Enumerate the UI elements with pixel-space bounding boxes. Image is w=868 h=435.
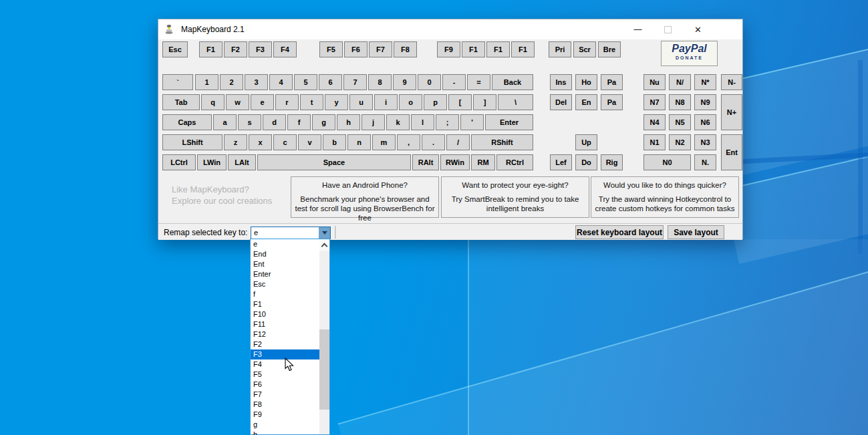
list-item[interactable]: F12: [251, 329, 319, 339]
key-a[interactable]: a: [213, 114, 237, 130]
promo-box-smartbreak[interactable]: Want to protect your eye-sight? Try Smar…: [441, 176, 589, 218]
key-f3[interactable]: F3: [249, 41, 272, 57]
key-ho[interactable]: Ho: [575, 74, 597, 90]
key-g[interactable]: g: [312, 114, 335, 130]
key-n9[interactable]: N9: [694, 94, 716, 110]
key-b[interactable]: b: [323, 134, 346, 150]
key-tab[interactable]: Tab: [162, 94, 200, 110]
key-del[interactable]: Del: [550, 94, 572, 110]
list-item[interactable]: F2: [251, 339, 319, 349]
key-pa[interactable]: Pa: [601, 74, 623, 90]
key-rm[interactable]: RM: [471, 154, 495, 170]
paypal-donate-button[interactable]: PayPal DONATE: [661, 41, 718, 66]
key-symbol[interactable]: ,: [397, 134, 420, 150]
list-item[interactable]: F6: [251, 380, 319, 390]
key-enter[interactable]: Enter: [485, 114, 533, 130]
save-layout-button[interactable]: Save layout: [668, 225, 724, 239]
key-y[interactable]: y: [325, 94, 348, 110]
key-ent[interactable]: Ent: [721, 134, 742, 170]
key-m[interactable]: m: [372, 134, 396, 150]
key-n8[interactable]: N8: [669, 94, 691, 110]
list-item[interactable]: f: [251, 289, 319, 299]
list-item[interactable]: End: [251, 249, 319, 259]
key-x[interactable]: x: [249, 134, 272, 150]
key-l[interactable]: l: [411, 114, 434, 130]
key-symbol[interactable]: \: [498, 94, 533, 110]
titlebar[interactable]: MapKeyboard 2.1 — ✕: [158, 19, 742, 39]
key-pri[interactable]: Pri: [549, 41, 571, 57]
list-item[interactable]: Esc: [251, 279, 319, 289]
key-f1[interactable]: F1: [199, 41, 223, 57]
key-2[interactable]: 2: [220, 74, 243, 90]
key-n7[interactable]: N7: [643, 94, 666, 110]
key-t[interactable]: t: [300, 94, 323, 110]
key-symbol[interactable]: [: [448, 94, 472, 110]
list-item[interactable]: F4: [251, 359, 319, 370]
key-f6[interactable]: F6: [344, 41, 368, 57]
key-pa[interactable]: Pa: [601, 94, 623, 110]
list-item[interactable]: F11: [251, 319, 319, 329]
key-q[interactable]: q: [201, 94, 225, 110]
key-n3[interactable]: N3: [694, 134, 716, 150]
key-n[interactable]: N-: [721, 74, 742, 90]
key-0[interactable]: 0: [418, 74, 441, 90]
list-item[interactable]: h: [251, 430, 319, 435]
key-symbol[interactable]: ;: [436, 114, 459, 130]
key-scr[interactable]: Scr: [573, 41, 596, 57]
key-r[interactable]: r: [275, 94, 299, 110]
key-6[interactable]: 6: [319, 74, 342, 90]
remap-key-combobox[interactable]: e: [251, 227, 331, 239]
key-ralt[interactable]: RAlt: [412, 154, 439, 170]
key-n[interactable]: N*: [694, 74, 716, 90]
key-u[interactable]: u: [349, 94, 373, 110]
key-i[interactable]: i: [374, 94, 398, 110]
key-rctrl[interactable]: RCtrl: [496, 154, 533, 170]
key-symbol[interactable]: /: [446, 134, 470, 150]
key-do[interactable]: Do: [575, 154, 597, 170]
key-back[interactable]: Back: [492, 74, 533, 90]
dropdown-scrollbar[interactable]: [319, 239, 329, 434]
key-n[interactable]: N.: [694, 154, 716, 170]
key-f1[interactable]: F1: [462, 41, 485, 57]
key-space[interactable]: Space: [257, 154, 411, 170]
scroll-up-arrow-icon[interactable]: [319, 239, 329, 251]
key-n[interactable]: N/: [669, 74, 691, 90]
list-item[interactable]: F9: [251, 410, 319, 420]
key-n2[interactable]: N2: [669, 134, 691, 150]
key-n[interactable]: n: [347, 134, 371, 150]
minimize-button[interactable]: —: [623, 19, 653, 39]
list-item[interactable]: F1: [251, 299, 319, 309]
key-esc[interactable]: Esc: [162, 41, 188, 57]
key-f1[interactable]: F1: [486, 41, 510, 57]
promo-box-hotkeycontrol[interactable]: Would you like to do things quicker? Try…: [591, 176, 739, 218]
key-bre[interactable]: Bre: [598, 41, 621, 57]
key-nu[interactable]: Nu: [643, 74, 666, 90]
key-lctrl[interactable]: LCtrl: [162, 154, 196, 170]
key-caps[interactable]: Caps: [162, 114, 212, 130]
key-lef[interactable]: Lef: [550, 154, 572, 170]
promo-box-browserbench[interactable]: Have an Android Phone? Benchmark your ph…: [291, 176, 439, 218]
key-k[interactable]: k: [386, 114, 410, 130]
key-7[interactable]: 7: [343, 74, 367, 90]
key-v[interactable]: v: [298, 134, 321, 150]
key-lshift[interactable]: LShift: [162, 134, 223, 150]
list-item[interactable]: F7: [251, 390, 319, 400]
key-n0[interactable]: N0: [643, 154, 691, 170]
chevron-down-icon[interactable]: [319, 227, 330, 239]
key-9[interactable]: 9: [393, 74, 416, 90]
list-item[interactable]: F5: [251, 370, 319, 380]
key-f9[interactable]: F9: [437, 41, 460, 57]
list-item[interactable]: e: [251, 239, 319, 249]
key-5[interactable]: 5: [294, 74, 317, 90]
key-w[interactable]: w: [226, 94, 249, 110]
key-n[interactable]: N+: [721, 94, 742, 130]
key-s[interactable]: s: [238, 114, 261, 130]
key-up[interactable]: Up: [575, 134, 597, 150]
key-h[interactable]: h: [337, 114, 360, 130]
scrollbar-thumb[interactable]: [319, 329, 329, 410]
key-j[interactable]: j: [361, 114, 385, 130]
key-symbol[interactable]: `: [162, 74, 193, 90]
key-d[interactable]: d: [263, 114, 286, 130]
key-rwin[interactable]: RWin: [440, 154, 470, 170]
key-symbol[interactable]: .: [422, 134, 445, 150]
